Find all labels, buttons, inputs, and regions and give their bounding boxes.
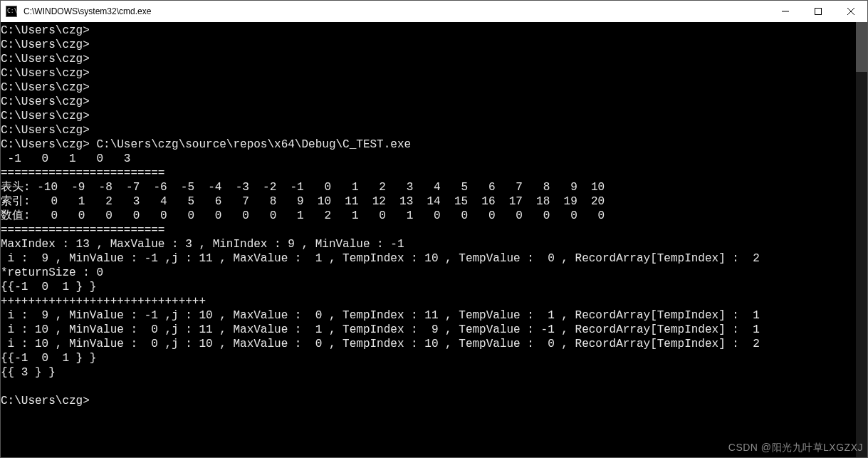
watermark-text: CSDN @阳光九叶草LXGZXJ bbox=[728, 442, 863, 454]
titlebar[interactable]: C:\ C:\WINDOWS\system32\cmd.exe bbox=[1, 1, 867, 22]
minimize-icon bbox=[782, 8, 789, 15]
client-area: C:\Users\czg> C:\Users\czg> C:\Users\czg… bbox=[1, 22, 867, 457]
close-icon bbox=[847, 8, 854, 15]
scrollbar-track[interactable] bbox=[856, 22, 867, 457]
scrollbar-thumb[interactable] bbox=[856, 22, 867, 72]
window-title: C:\WINDOWS\system32\cmd.exe bbox=[22, 6, 151, 16]
maximize-icon bbox=[815, 8, 822, 15]
app-icon: C:\ bbox=[1, 6, 22, 17]
cmd-icon: C:\ bbox=[6, 6, 17, 17]
terminal-output[interactable]: C:\Users\czg> C:\Users\czg> C:\Users\czg… bbox=[1, 22, 856, 457]
maximize-button[interactable] bbox=[802, 1, 835, 22]
close-button[interactable] bbox=[835, 1, 867, 22]
svg-rect-1 bbox=[815, 9, 822, 15]
minimize-button[interactable] bbox=[769, 1, 802, 22]
cmd-window: C:\ C:\WINDOWS\system32\cmd.exe C:\Users… bbox=[0, 0, 868, 458]
